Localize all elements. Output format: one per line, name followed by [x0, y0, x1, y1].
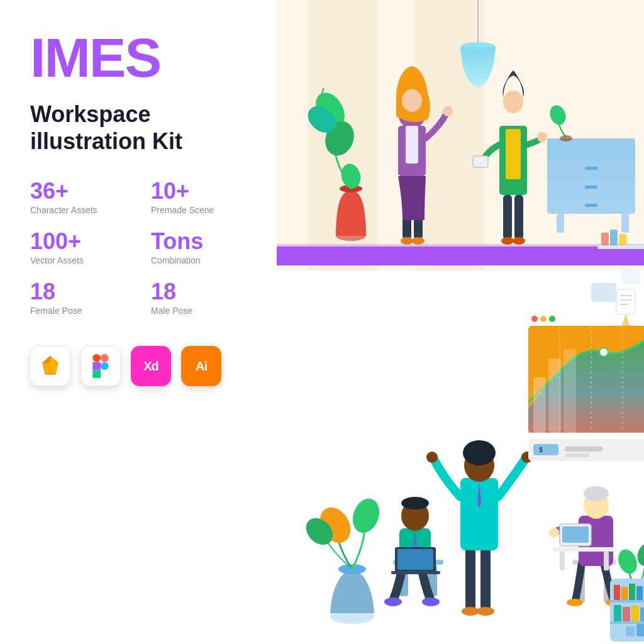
stat-premade-scene: 10+ Premade Scene — [151, 180, 252, 215]
svg-point-34 — [443, 106, 453, 116]
svg-point-106 — [567, 599, 583, 606]
svg-rect-130 — [623, 607, 630, 621]
svg-rect-56 — [621, 214, 629, 233]
svg-point-43 — [503, 91, 523, 113]
svg-rect-75 — [465, 547, 475, 610]
svg-point-38 — [501, 237, 514, 245]
svg-text:$: $ — [539, 447, 543, 453]
svg-rect-73 — [397, 549, 433, 570]
svg-rect-76 — [480, 547, 491, 610]
svg-point-97 — [599, 348, 608, 357]
illustration-svg: $ — [277, 0, 644, 644]
subtitle: Workspace illustration Kit — [30, 101, 252, 155]
svg-rect-36 — [503, 195, 512, 239]
svg-rect-123 — [614, 585, 620, 600]
svg-rect-122 — [610, 621, 644, 624]
svg-point-80 — [426, 452, 438, 463]
svg-point-88 — [540, 316, 547, 322]
svg-rect-139 — [597, 245, 644, 249]
svg-point-33 — [402, 89, 422, 112]
svg-rect-16 — [277, 247, 644, 265]
svg-rect-17 — [277, 244, 644, 248]
svg-point-45 — [537, 132, 547, 142]
svg-rect-8 — [101, 354, 109, 362]
svg-rect-53 — [585, 186, 597, 189]
svg-rect-115 — [560, 552, 565, 570]
svg-rect-137 — [591, 283, 616, 302]
stat-character-assets: 36+ Character Assets — [30, 180, 131, 215]
svg-rect-11 — [92, 370, 101, 379]
svg-point-67 — [384, 597, 402, 606]
svg-rect-35 — [406, 126, 418, 164]
figma-tool-icon[interactable] — [80, 346, 121, 386]
svg-rect-124 — [621, 587, 628, 600]
svg-rect-9 — [92, 362, 101, 370]
svg-rect-142 — [619, 234, 626, 245]
svg-rect-129 — [614, 605, 621, 621]
svg-point-78 — [477, 607, 494, 616]
svg-rect-135 — [626, 626, 635, 636]
ai-tool-icon[interactable]: Ai — [181, 346, 221, 386]
svg-rect-125 — [629, 584, 635, 600]
svg-rect-121 — [610, 600, 644, 602]
svg-rect-48 — [547, 138, 635, 160]
svg-rect-10 — [101, 362, 109, 370]
svg-rect-96 — [564, 349, 576, 433]
svg-rect-141 — [610, 230, 618, 245]
svg-rect-95 — [548, 358, 561, 433]
svg-rect-102 — [565, 453, 590, 457]
svg-rect-116 — [604, 552, 609, 570]
svg-rect-101 — [565, 447, 602, 452]
stat-male-pose: 18 Male Pose — [151, 280, 252, 316]
svg-rect-46 — [473, 156, 488, 167]
left-panel: IMES Workspace illustration Kit 36+ Char… — [0, 0, 277, 644]
svg-point-89 — [549, 316, 555, 322]
sketch-tool-icon[interactable] — [30, 346, 70, 386]
svg-rect-138 — [621, 270, 640, 284]
svg-point-109 — [549, 528, 559, 538]
svg-point-68 — [422, 597, 440, 606]
svg-rect-132 — [640, 608, 644, 621]
svg-rect-136 — [636, 624, 644, 636]
svg-point-30 — [412, 237, 425, 245]
stats-grid: 36+ Character Assets 10+ Premade Scene 1… — [30, 180, 252, 316]
svg-rect-114 — [552, 547, 615, 552]
svg-rect-74 — [391, 571, 440, 574]
svg-rect-131 — [631, 606, 639, 621]
svg-rect-140 — [601, 233, 609, 245]
brand-title: IMES — [30, 30, 252, 86]
svg-point-39 — [513, 237, 525, 245]
svg-point-87 — [531, 316, 538, 322]
svg-rect-7 — [92, 354, 101, 362]
svg-rect-52 — [585, 167, 597, 170]
svg-point-83 — [463, 440, 496, 465]
svg-rect-143 — [616, 289, 635, 314]
tools-row: Xd Ai — [30, 346, 252, 386]
ai-label: Ai — [196, 359, 207, 374]
svg-point-71 — [401, 497, 429, 509]
svg-rect-99 — [533, 444, 558, 455]
svg-rect-134 — [614, 625, 624, 636]
stat-vector-assets: 100+ Vector Assets — [30, 230, 131, 265]
right-panel: $ — [277, 0, 644, 644]
svg-point-77 — [462, 607, 479, 616]
svg-rect-126 — [636, 586, 643, 600]
stat-female-pose: 18 Female Pose — [30, 280, 131, 316]
svg-rect-113 — [562, 526, 589, 543]
xd-tool-icon[interactable]: Xd — [131, 346, 171, 386]
svg-rect-94 — [533, 377, 546, 433]
svg-rect-37 — [514, 195, 523, 239]
svg-rect-55 — [557, 214, 564, 233]
stat-combination: Tons Combination — [151, 230, 252, 265]
svg-rect-41 — [506, 129, 521, 179]
xd-label: Xd — [143, 359, 158, 374]
svg-point-111 — [584, 486, 609, 501]
svg-point-29 — [401, 237, 413, 245]
svg-rect-54 — [585, 204, 597, 207]
